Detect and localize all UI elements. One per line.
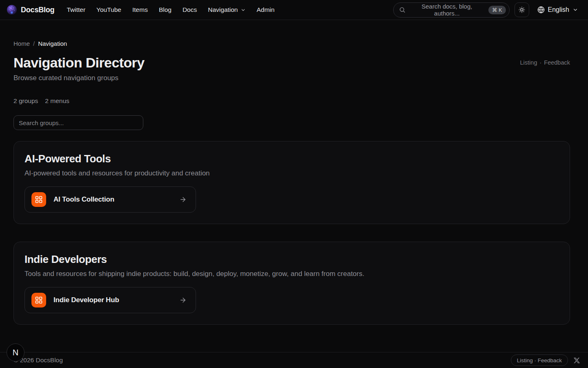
chevron-down-icon xyxy=(241,7,246,13)
global-search-button[interactable]: Search docs, blog, authors... ⌘ K xyxy=(393,2,510,18)
grid-icon xyxy=(31,293,46,307)
stats-row: 2 groups 2 menus xyxy=(13,98,570,104)
nav-link-items[interactable]: Items xyxy=(132,6,148,13)
group-title: AI-Powered Tools xyxy=(24,153,559,164)
group-card-ai-powered-tools: AI-Powered Tools AI-powered tools and re… xyxy=(13,141,570,224)
aside-separator: · xyxy=(539,59,541,66)
breadcrumb-home-link[interactable]: Home xyxy=(13,40,30,47)
footer-right: Listing · Feedback xyxy=(511,355,580,366)
arrow-right-icon xyxy=(179,296,187,304)
groups-search-input[interactable] xyxy=(13,115,143,130)
group-description: AI-powered tools and resources for produ… xyxy=(24,170,559,177)
theme-toggle-button[interactable] xyxy=(514,2,529,17)
docsblog-logo-icon xyxy=(7,4,17,15)
menus-count: 2 menus xyxy=(45,98,69,104)
breadcrumb: Home / Navigation xyxy=(13,40,570,47)
page-subtitle: Browse curated navigation groups xyxy=(13,74,570,81)
keyboard-shortcut-badge: ⌘ K xyxy=(488,6,506,14)
feedback-link[interactable]: Feedback xyxy=(544,59,570,66)
sun-icon xyxy=(518,6,526,13)
menu-label: AI Tools Collection xyxy=(53,195,114,204)
top-navbar: DocsBlog Twitter YouTube Items Blog Docs… xyxy=(0,0,588,20)
menu-link-indie-developer-hub[interactable]: Indie Developer Hub xyxy=(24,287,196,313)
breadcrumb-current: Navigation xyxy=(38,40,67,47)
title-row: Navigation Directory Listing · Feedback xyxy=(13,55,570,70)
header-right: Search docs, blog, authors... ⌘ K Englis… xyxy=(393,2,578,18)
nav-link-admin[interactable]: Admin xyxy=(257,6,275,13)
main-nav: Twitter YouTube Items Blog Docs Navigati… xyxy=(67,6,274,13)
global-search-placeholder: Search docs, blog, authors... xyxy=(409,3,485,17)
menu-label: Indie Developer Hub xyxy=(53,296,119,304)
arrow-right-icon xyxy=(179,196,187,203)
dev-tools-button[interactable]: N xyxy=(7,343,24,361)
group-card-indie-developers: Indie Developers Tools and resources for… xyxy=(13,242,570,325)
group-description: Tools and resources for shipping indie p… xyxy=(24,270,559,277)
page-title: Navigation Directory xyxy=(13,55,145,70)
nav-link-docs[interactable]: Docs xyxy=(183,6,197,13)
brand-link[interactable]: DocsBlog xyxy=(7,4,54,15)
nav-link-blog[interactable]: Blog xyxy=(159,6,172,13)
nav-link-navigation[interactable]: Navigation xyxy=(208,6,245,13)
language-switcher[interactable]: English xyxy=(537,6,578,13)
page-content: Home / Navigation Navigation Directory L… xyxy=(0,40,588,325)
groups-count: 2 groups xyxy=(13,98,38,104)
chevron-down-icon xyxy=(572,7,578,13)
listing-link[interactable]: Listing xyxy=(520,59,537,66)
page-aside-links: Listing · Feedback xyxy=(520,59,570,66)
x-logo-icon[interactable] xyxy=(574,357,580,364)
search-icon xyxy=(399,7,405,13)
footer: © 2026 DocsBlog Listing · Feedback xyxy=(0,352,588,368)
menu-link-ai-tools-collection[interactable]: AI Tools Collection xyxy=(24,186,196,213)
nav-link-twitter[interactable]: Twitter xyxy=(67,6,85,13)
brand-name: DocsBlog xyxy=(21,6,54,14)
breadcrumb-separator: / xyxy=(33,40,35,47)
nav-link-youtube[interactable]: YouTube xyxy=(96,6,121,13)
group-title: Indie Developers xyxy=(24,254,559,265)
footer-listing-feedback-badge[interactable]: Listing · Feedback xyxy=(511,355,568,366)
globe-icon xyxy=(537,6,545,13)
language-label: English xyxy=(548,6,569,13)
grid-icon xyxy=(31,192,46,207)
